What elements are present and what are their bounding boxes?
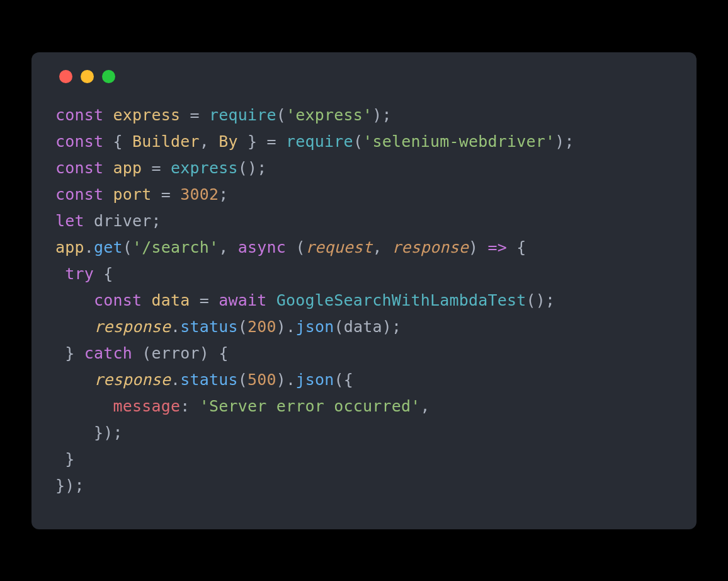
- brace: {: [94, 265, 113, 283]
- str-route: '/search': [132, 238, 219, 256]
- arrow: =>: [478, 238, 507, 256]
- minimize-icon[interactable]: [81, 70, 94, 83]
- paren: ();: [238, 159, 267, 177]
- space: [103, 185, 113, 204]
- paren-brace: ({: [334, 371, 353, 389]
- kw-const: const: [55, 185, 103, 204]
- brace: {: [103, 132, 132, 151]
- brace: {: [209, 344, 229, 362]
- paren: ): [276, 371, 286, 389]
- fn-json: json: [295, 371, 334, 389]
- paren: );: [382, 318, 402, 336]
- indent: [55, 291, 94, 309]
- brace: {: [507, 238, 526, 256]
- paren: (: [334, 318, 343, 336]
- semi: ;: [219, 185, 228, 204]
- indent: [55, 450, 65, 468]
- paren: );: [555, 132, 574, 151]
- kw-try: try: [65, 265, 94, 283]
- dot: .: [84, 238, 94, 256]
- paren: ): [469, 238, 478, 256]
- close-icon[interactable]: [59, 70, 72, 83]
- dot: .: [171, 371, 180, 389]
- num-500: 500: [247, 371, 276, 389]
- fn-status: status: [180, 318, 238, 336]
- fn-status: status: [180, 371, 238, 389]
- space: [103, 159, 113, 177]
- fn-googlesearch: GoogleSearchWithLambdaTest: [276, 291, 526, 309]
- fn-json: json: [295, 318, 334, 336]
- num-200: 200: [247, 318, 276, 336]
- fn-require: require: [286, 132, 353, 151]
- brace: }: [65, 450, 74, 468]
- param-response: response: [94, 318, 171, 336]
- dot: .: [286, 318, 295, 336]
- code-window: const express = require('express'); cons…: [31, 52, 697, 529]
- eq: =: [180, 106, 209, 124]
- colon: :: [180, 397, 200, 415]
- dot: .: [286, 371, 295, 389]
- semi: ;: [152, 212, 161, 230]
- paren: (: [142, 344, 151, 362]
- indent: [55, 423, 94, 442]
- kw-const: const: [55, 132, 103, 151]
- kw-let: let: [55, 212, 84, 230]
- paren: (: [353, 132, 363, 151]
- num-port: 3002: [180, 185, 219, 204]
- maximize-icon[interactable]: [102, 70, 115, 83]
- code-block: const express = require('express'); cons…: [55, 102, 673, 499]
- paren: (: [295, 238, 305, 256]
- comma: ,: [372, 238, 392, 256]
- param-request: request: [305, 238, 373, 256]
- paren: ();: [526, 291, 555, 309]
- comma: ,: [421, 397, 430, 415]
- paren: (: [238, 318, 247, 336]
- paren: (: [276, 106, 286, 124]
- comma: ,: [219, 238, 238, 256]
- fn-get: get: [94, 238, 123, 256]
- dot: .: [171, 318, 180, 336]
- kw-const: const: [55, 106, 103, 124]
- kw-await: await: [219, 291, 266, 309]
- paren: ): [200, 344, 209, 362]
- eq: =: [142, 159, 171, 177]
- brace-paren: });: [55, 476, 84, 495]
- space: [142, 291, 151, 309]
- id-builder: Builder: [132, 132, 200, 151]
- eq: =: [190, 291, 219, 309]
- str-express: 'express': [286, 106, 372, 124]
- space: [75, 344, 84, 362]
- space: [132, 344, 142, 362]
- brace-paren: });: [94, 423, 123, 442]
- indent: [55, 344, 65, 362]
- paren: );: [372, 106, 392, 124]
- paren: ): [276, 318, 286, 336]
- id-data: data: [344, 318, 382, 336]
- space: [267, 291, 276, 309]
- paren: (: [123, 238, 132, 256]
- indent: [55, 371, 94, 389]
- param-response: response: [94, 371, 171, 389]
- prop-message: message: [113, 397, 181, 415]
- fn-express: express: [171, 159, 238, 177]
- id-app: app: [113, 159, 142, 177]
- id-data: data: [152, 291, 190, 309]
- kw-async: async: [238, 238, 286, 256]
- brace: }: [238, 132, 267, 151]
- id-express: express: [113, 106, 181, 124]
- id-app: app: [55, 238, 84, 256]
- kw-const: const: [55, 159, 103, 177]
- fn-require: require: [209, 106, 276, 124]
- space: [84, 212, 94, 230]
- eq: =: [152, 185, 181, 204]
- brace: }: [65, 344, 74, 362]
- window-titlebar: [55, 70, 673, 83]
- eq: =: [267, 132, 287, 151]
- kw-catch: catch: [84, 344, 132, 362]
- id-error: error: [152, 344, 200, 362]
- str-selenium: 'selenium-webdriver': [363, 132, 555, 151]
- paren: (: [238, 371, 247, 389]
- comma: ,: [200, 132, 219, 151]
- space: [103, 106, 113, 124]
- kw-const: const: [94, 291, 142, 309]
